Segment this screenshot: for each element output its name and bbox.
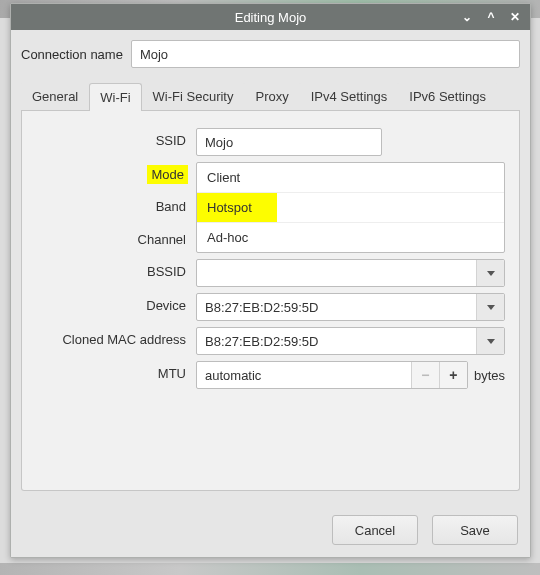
tab-proxy[interactable]: Proxy bbox=[244, 82, 299, 110]
ssid-label: SSID bbox=[36, 125, 186, 154]
device-label: Device bbox=[36, 290, 186, 319]
chevron-down-icon bbox=[487, 271, 495, 276]
device-dropdown-arrow[interactable] bbox=[476, 294, 504, 320]
mtu-spinner[interactable]: automatic − + bbox=[196, 361, 468, 389]
bssid-label: BSSID bbox=[36, 256, 186, 285]
connection-name-row: Connection name bbox=[21, 40, 520, 68]
chevron-down-icon bbox=[487, 339, 495, 344]
cancel-button[interactable]: Cancel bbox=[332, 515, 418, 545]
tab-content-wifi: SSID Mode Client Hotspot Ad-hoc Band Cha… bbox=[21, 111, 520, 491]
mode-option-adhoc[interactable]: Ad-hoc bbox=[197, 222, 504, 252]
device-select[interactable]: B8:27:EB:D2:59:5D bbox=[196, 293, 505, 321]
cloned-mac-dropdown-arrow[interactable] bbox=[476, 328, 504, 354]
mtu-increment-button[interactable]: + bbox=[439, 362, 467, 388]
ssid-input[interactable] bbox=[196, 128, 382, 156]
tab-ipv6-settings[interactable]: IPv6 Settings bbox=[398, 82, 497, 110]
window-controls: ⌄ ^ ✕ bbox=[458, 4, 524, 30]
background-noise-bottom bbox=[0, 563, 540, 575]
mode-label-cell: Mode bbox=[36, 159, 186, 188]
bssid-control bbox=[196, 256, 505, 290]
device-value: B8:27:EB:D2:59:5D bbox=[205, 300, 318, 315]
tab-ipv4-settings[interactable]: IPv4 Settings bbox=[300, 82, 399, 110]
channel-label: Channel bbox=[36, 224, 186, 253]
save-button[interactable]: Save bbox=[432, 515, 518, 545]
mtu-decrement-button[interactable]: − bbox=[411, 362, 439, 388]
ssid-control bbox=[196, 125, 505, 159]
mtu-control: automatic − + bytes bbox=[196, 358, 505, 392]
device-control: B8:27:EB:D2:59:5D bbox=[196, 290, 505, 324]
editing-connection-dialog: Editing Mojo ⌄ ^ ✕ Connection name Gener… bbox=[10, 3, 531, 558]
titlebar: Editing Mojo ⌄ ^ ✕ bbox=[11, 4, 530, 30]
tab-wifi-security[interactable]: Wi-Fi Security bbox=[142, 82, 245, 110]
tab-strip: General Wi-Fi Wi-Fi Security Proxy IPv4 … bbox=[21, 82, 520, 111]
connection-name-input[interactable] bbox=[131, 40, 520, 68]
connection-name-label: Connection name bbox=[21, 47, 123, 62]
cloned-mac-select[interactable]: B8:27:EB:D2:59:5D bbox=[196, 327, 505, 355]
mtu-unit-label: bytes bbox=[474, 368, 505, 383]
mtu-label: MTU bbox=[36, 358, 186, 387]
mode-option-hotspot[interactable]: Hotspot bbox=[197, 192, 504, 222]
mode-option-client[interactable]: Client bbox=[197, 163, 504, 192]
wifi-form: SSID Mode Client Hotspot Ad-hoc Band Cha… bbox=[36, 125, 505, 392]
tab-general[interactable]: General bbox=[21, 82, 89, 110]
window-title: Editing Mojo bbox=[235, 10, 307, 25]
mtu-value: automatic bbox=[197, 362, 411, 388]
cloned-mac-value: B8:27:EB:D2:59:5D bbox=[205, 334, 318, 349]
bssid-select[interactable] bbox=[196, 259, 505, 287]
maximize-button[interactable]: ^ bbox=[482, 8, 500, 26]
cloned-mac-label: Cloned MAC address bbox=[36, 324, 186, 353]
cloned-mac-control: B8:27:EB:D2:59:5D bbox=[196, 324, 505, 358]
dialog-button-row: Cancel Save bbox=[11, 505, 530, 557]
bssid-dropdown-arrow[interactable] bbox=[476, 260, 504, 286]
dialog-body: Connection name General Wi-Fi Wi-Fi Secu… bbox=[11, 30, 530, 505]
band-label: Band bbox=[36, 191, 186, 220]
mode-control: Client Hotspot Ad-hoc bbox=[196, 159, 505, 256]
minimize-button[interactable]: ⌄ bbox=[458, 8, 476, 26]
mode-dropdown-open[interactable]: Client Hotspot Ad-hoc bbox=[196, 162, 505, 253]
chevron-down-icon bbox=[487, 305, 495, 310]
close-button[interactable]: ✕ bbox=[506, 8, 524, 26]
tab-wifi[interactable]: Wi-Fi bbox=[89, 83, 141, 111]
mode-label: Mode bbox=[149, 167, 186, 182]
